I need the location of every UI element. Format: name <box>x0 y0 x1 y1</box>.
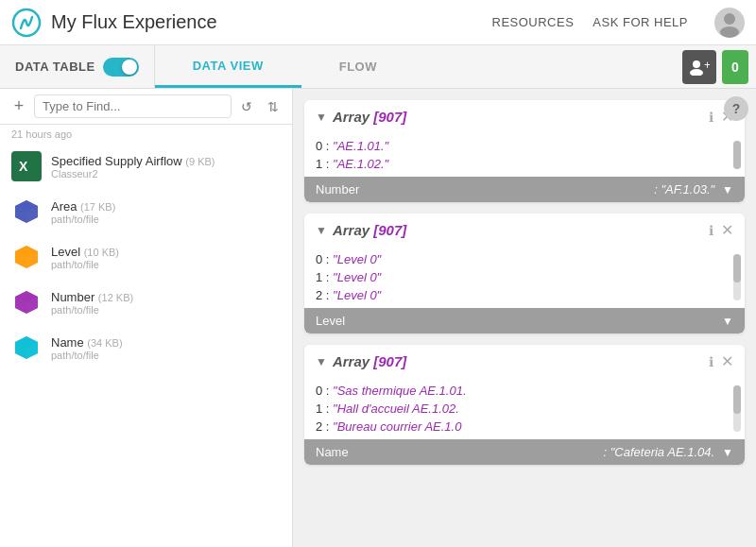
item-value: "Hall d'accueil AE.1.02. <box>333 402 459 416</box>
file-name: Area (17 KB) <box>51 199 281 214</box>
svg-point-3 <box>693 60 700 68</box>
file-meta: path/to/file <box>51 350 281 361</box>
file-meta: path/to/file <box>51 259 281 270</box>
list-item[interactable]: Number (12 KB) path/to/file <box>0 280 292 325</box>
card-body: 0 : "Sas thermique AE.1.01. 1 : "Hall d'… <box>304 378 745 439</box>
file-size: (9 KB) <box>185 156 215 167</box>
history-button[interactable]: ↺ <box>235 95 258 118</box>
resources-link[interactable]: RESOURCES <box>492 15 575 29</box>
footer-label: Level <box>316 314 714 328</box>
tab-bar: DATA TABLE DATA VIEW FLOW + 0 <box>0 45 756 89</box>
data-table-section: DATA TABLE <box>0 45 155 88</box>
file-size: (10 KB) <box>84 247 119 258</box>
card-chevron-icon[interactable]: ▼ <box>316 111 327 124</box>
app-title: My Flux Experience <box>51 11 492 33</box>
card-count: [907] <box>373 353 406 369</box>
list-item[interactable]: Area (17 KB) path/to/file <box>0 189 292 234</box>
array-card: ▼ Array [907] ℹ ✕ 0 : "Level 0" 1 : "Lev… <box>304 214 745 333</box>
card-header: ▼ Array [907] ℹ ✕ <box>304 345 745 378</box>
file-size: (34 KB) <box>87 337 122 349</box>
footer-chevron-icon: ▼ <box>722 183 733 197</box>
list-item[interactable]: Name (34 KB) path/to/file <box>0 325 292 370</box>
card-items: 0 : "Sas thermique AE.1.01. 1 : "Hall d'… <box>304 382 730 436</box>
sort-button[interactable]: ⇅ <box>262 95 284 118</box>
card-close-button[interactable]: ✕ <box>721 221 733 239</box>
app-logo[interactable] <box>11 8 42 38</box>
item-value: "AE.1.02." <box>333 157 388 171</box>
file-meta: Classeur2 <box>51 168 281 179</box>
data-table-label: DATA TABLE <box>15 60 95 74</box>
item-index: 2 : <box>316 419 333 434</box>
add-button[interactable]: + <box>8 95 30 118</box>
item-index: 0 : <box>316 139 333 153</box>
file-name: Name (34 KB) <box>51 335 281 350</box>
array-item: 0 : "AE.1.01." <box>316 137 718 155</box>
tab-flow[interactable]: FLOW <box>301 45 415 88</box>
data-table-toggle[interactable] <box>103 58 139 77</box>
card-chevron-icon[interactable]: ▼ <box>316 224 327 237</box>
file-info: Name (34 KB) path/to/file <box>51 335 281 361</box>
item-value: "Level 0" <box>333 252 381 266</box>
card-chevron-icon[interactable]: ▼ <box>316 355 327 368</box>
card-header: ▼ Array [907] ℹ ✕ <box>304 100 745 133</box>
cube-icon <box>11 287 42 317</box>
cube-icon <box>11 242 42 272</box>
card-header: ▼ Array [907] ℹ ✕ <box>304 214 745 247</box>
file-name: Number (12 KB) <box>51 290 281 304</box>
card-info-button[interactable]: ℹ <box>709 354 713 369</box>
search-bar: + ↺ ⇅ <box>0 89 292 125</box>
card-items: 0 : "AE.1.01." 1 : "AE.1.02." <box>304 137 730 173</box>
card-info-button[interactable]: ℹ <box>709 223 713 238</box>
add-user-button[interactable]: + <box>682 50 716 84</box>
card-count: [907] <box>373 109 406 125</box>
footer-chevron-icon: ▼ <box>722 446 733 459</box>
file-info: Specified Supply Airflow (9 KB) Classeur… <box>51 154 281 179</box>
footer-value: : "AF.1.03." <box>654 182 714 197</box>
item-value: "Sas thermique AE.1.01. <box>333 384 466 398</box>
card-info-button[interactable]: ℹ <box>709 110 713 125</box>
ask-help-link[interactable]: ASK FOR HELP <box>593 15 688 29</box>
excel-icon: X <box>11 151 42 181</box>
help-button[interactable]: ? <box>724 96 748 121</box>
array-item: 1 : "Level 0" <box>316 268 718 286</box>
array-item: 0 : "Sas thermique AE.1.01. <box>316 382 718 400</box>
scrollbar[interactable] <box>733 254 741 300</box>
array-item: 2 : "Level 0" <box>316 286 718 304</box>
file-name: Level (10 KB) <box>51 245 281 259</box>
scrollbar-thumb <box>733 385 741 414</box>
svg-point-4 <box>690 69 703 76</box>
svg-point-2 <box>720 26 739 38</box>
card-close-button[interactable]: ✕ <box>721 352 733 370</box>
nav-links: RESOURCES ASK FOR HELP <box>492 8 746 38</box>
top-nav: My Flux Experience RESOURCES ASK FOR HEL… <box>0 0 756 45</box>
cube-icon <box>11 197 42 227</box>
array-item: 0 : "Level 0" <box>316 250 718 268</box>
user-avatar[interactable] <box>714 8 745 38</box>
item-value: "Bureau courrier AE.1.0 <box>333 419 461 434</box>
array-item: 1 : "AE.1.02." <box>316 155 718 173</box>
card-title: Array [907] <box>333 109 709 125</box>
file-name: Specified Supply Airflow (9 KB) <box>51 154 281 168</box>
card-footer: Number : "AF.1.03." ▼ <box>304 177 745 202</box>
file-info: Number (12 KB) path/to/file <box>51 290 281 316</box>
scrollbar-thumb <box>733 254 741 282</box>
footer-chevron-icon: ▼ <box>722 315 733 328</box>
item-value: "Level 0" <box>333 288 381 302</box>
file-info: Level (10 KB) path/to/file <box>51 245 281 270</box>
left-panel: + ↺ ⇅ 21 hours ago X Specified Supply Ai… <box>0 89 293 547</box>
scrollbar[interactable] <box>733 141 741 169</box>
card-title: Array [907] <box>333 353 709 369</box>
scrollbar[interactable] <box>733 385 741 432</box>
file-info: Area (17 KB) path/to/file <box>51 199 281 225</box>
item-index: 0 : <box>316 252 333 266</box>
item-index: 1 : <box>316 402 333 416</box>
list-item[interactable]: X Specified Supply Airflow (9 KB) Classe… <box>0 144 292 189</box>
array-card: ▼ Array [907] ℹ ✕ 0 : "Sas thermique AE.… <box>304 345 745 465</box>
item-index: 2 : <box>316 288 333 302</box>
array-item: 1 : "Hall d'accueil AE.1.02. <box>316 400 718 418</box>
footer-value: : "Cafeteria AE.1.04. <box>604 445 715 459</box>
list-item[interactable]: Level (10 KB) path/to/file <box>0 234 292 280</box>
content-area: + ↺ ⇅ 21 hours ago X Specified Supply Ai… <box>0 89 756 547</box>
tab-data-view[interactable]: DATA VIEW <box>155 45 301 88</box>
search-input[interactable] <box>34 94 232 118</box>
